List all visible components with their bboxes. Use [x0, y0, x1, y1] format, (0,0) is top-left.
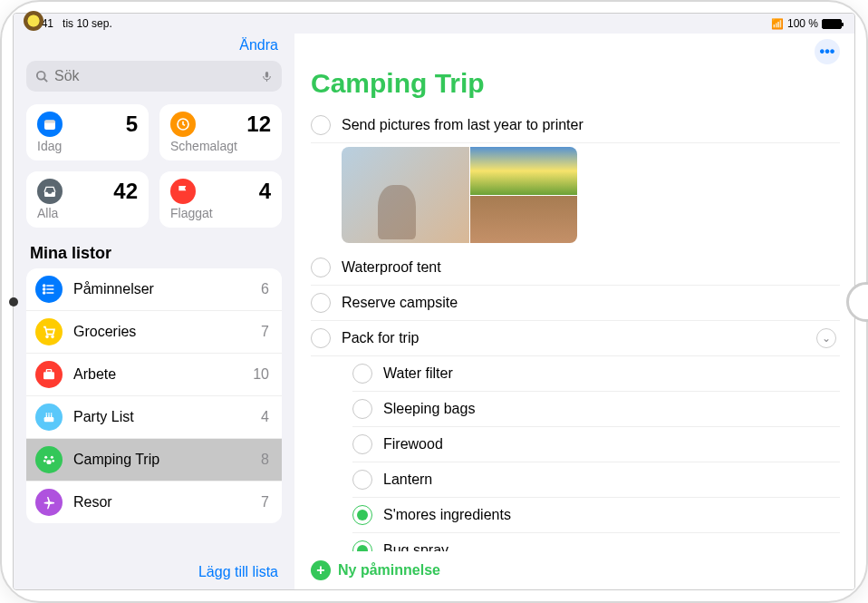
new-reminder-label: Ny påminnelse — [338, 562, 440, 579]
smart-lists-grid: 5Idag12Schemalagt42Alla4Flaggat — [26, 104, 282, 228]
list-icon — [35, 276, 63, 303]
smart-list-count: 5 — [126, 112, 138, 137]
ellipsis-icon: ••• — [820, 44, 835, 60]
reminder-row[interactable]: Lantern — [352, 462, 840, 498]
smart-list-count: 12 — [246, 112, 271, 137]
add-list-button[interactable]: Lägg till lista — [198, 564, 278, 579]
smart-list-label: Schemalagt — [170, 139, 271, 153]
smart-list-count: 4 — [259, 179, 271, 204]
list-count: 7 — [261, 494, 269, 511]
list-title: Camping Trip — [311, 68, 840, 99]
list-label: Party List — [73, 409, 250, 425]
list-label: Camping Trip — [73, 452, 250, 468]
svg-rect-16 — [46, 370, 51, 373]
sidebar: Ändra 5Idag12Schemalagt42Alla4Flaggat Mi… — [14, 34, 294, 589]
reminder-row[interactable]: Waterproof tent — [311, 250, 840, 286]
reminder-checkbox[interactable] — [311, 328, 331, 348]
reminder-checkbox[interactable] — [352, 434, 372, 454]
sidebar-top: Ändra — [26, 34, 282, 61]
reminder-row[interactable]: Firewood — [352, 427, 840, 462]
reminder-checkbox[interactable] — [352, 505, 372, 525]
reminder-label: Water filter — [383, 365, 453, 382]
reminder-checkbox[interactable] — [311, 258, 331, 277]
plus-icon: + — [311, 560, 331, 580]
content: Ändra 5Idag12Schemalagt42Alla4Flaggat Mi… — [14, 34, 854, 589]
reminder-label: S'mores ingredients — [383, 507, 511, 523]
list-count: 6 — [261, 281, 269, 297]
new-reminder-button[interactable]: + Ny påminnelse — [311, 551, 840, 580]
smart-list-label: Flaggat — [170, 206, 271, 220]
status-bar: 09:41 tis 10 sep. 100 % — [14, 14, 854, 34]
reminder-row[interactable]: Send pictures from last year to printer — [311, 108, 840, 143]
list-label: Resor — [73, 494, 250, 511]
svg-point-20 — [51, 413, 53, 414]
smart-list-flagged[interactable]: 4Flaggat — [159, 171, 282, 228]
inbox-icon — [37, 179, 63, 204]
plane-icon — [35, 489, 63, 516]
list-label: Arbete — [73, 366, 242, 383]
reminder-row[interactable]: Sleeping bags — [352, 392, 840, 427]
status-date: tis 10 sep. — [63, 17, 112, 30]
svg-point-18 — [45, 413, 47, 414]
reminder-label: Sleeping bags — [383, 401, 475, 417]
my-lists-header: Mina listor — [30, 244, 278, 263]
briefcase-icon — [35, 361, 63, 388]
smart-list-all[interactable]: 42Alla — [26, 171, 149, 228]
reminder-checkbox[interactable] — [311, 115, 331, 135]
reminder-checkbox[interactable] — [352, 364, 372, 384]
battery-icon — [822, 19, 842, 29]
svg-point-24 — [52, 460, 54, 462]
reminder-row[interactable]: Reserve campsite — [311, 286, 840, 321]
svg-point-0 — [37, 71, 45, 79]
reminder-label: Send pictures from last year to printer — [342, 117, 583, 133]
svg-rect-17 — [44, 417, 54, 422]
clock-icon — [170, 112, 196, 137]
search-icon — [35, 70, 49, 83]
list-count: 10 — [253, 366, 269, 383]
svg-point-14 — [52, 336, 53, 337]
attached-photo — [342, 147, 469, 243]
svg-point-13 — [46, 336, 48, 337]
svg-point-22 — [51, 456, 53, 459]
reminder-row[interactable]: Bug spray — [352, 533, 840, 551]
svg-point-19 — [48, 413, 50, 414]
smart-list-scheduled[interactable]: 12Schemalagt — [159, 104, 282, 160]
attached-photo — [470, 147, 577, 195]
image-attachment[interactable] — [342, 147, 577, 243]
flag-icon — [170, 179, 196, 204]
reminder-checkbox[interactable] — [352, 470, 372, 490]
search-box[interactable] — [26, 61, 282, 92]
svg-line-1 — [43, 78, 47, 82]
reminder-checkbox[interactable] — [352, 540, 372, 551]
attached-photo — [470, 196, 577, 244]
smart-list-label: Alla — [37, 206, 138, 220]
svg-rect-5 — [44, 120, 55, 122]
screen: 09:41 tis 10 sep. 100 % Ändra — [13, 13, 855, 590]
svg-point-23 — [43, 460, 46, 462]
search-input[interactable] — [54, 68, 261, 84]
list-label: Påminnelser — [73, 281, 250, 297]
chevron-down-icon[interactable]: ⌄ — [816, 328, 836, 348]
list-item[interactable]: Camping Trip8 — [26, 439, 282, 481]
mic-icon[interactable] — [261, 69, 273, 84]
svg-rect-2 — [265, 72, 268, 78]
reminder-row[interactable]: S'mores ingredients — [352, 498, 840, 533]
list-item[interactable]: Påminnelser6 — [26, 268, 282, 311]
list-item[interactable]: Groceries7 — [26, 311, 282, 354]
list-item[interactable]: Resor7 — [26, 481, 282, 523]
more-button[interactable]: ••• — [815, 39, 840, 64]
reminder-row[interactable]: Pack for trip⌄ — [311, 321, 840, 356]
list-item[interactable]: Party List4 — [26, 396, 282, 439]
my-lists: Påminnelser6Groceries7Arbete10Party List… — [26, 268, 282, 523]
reminder-checkbox[interactable] — [311, 293, 331, 313]
cart-icon — [35, 318, 63, 345]
reminder-checkbox[interactable] — [352, 399, 372, 419]
reminder-row[interactable]: Water filter — [352, 356, 840, 392]
svg-point-21 — [44, 456, 47, 459]
edit-button[interactable]: Ändra — [239, 37, 278, 53]
status-right: 100 % — [771, 17, 842, 30]
list-item[interactable]: Arbete10 — [26, 354, 282, 396]
smart-list-today[interactable]: 5Idag — [26, 104, 149, 160]
ipad-frame: 09:41 tis 10 sep. 100 % Ändra — [0, 0, 868, 603]
list-count: 4 — [261, 409, 269, 425]
